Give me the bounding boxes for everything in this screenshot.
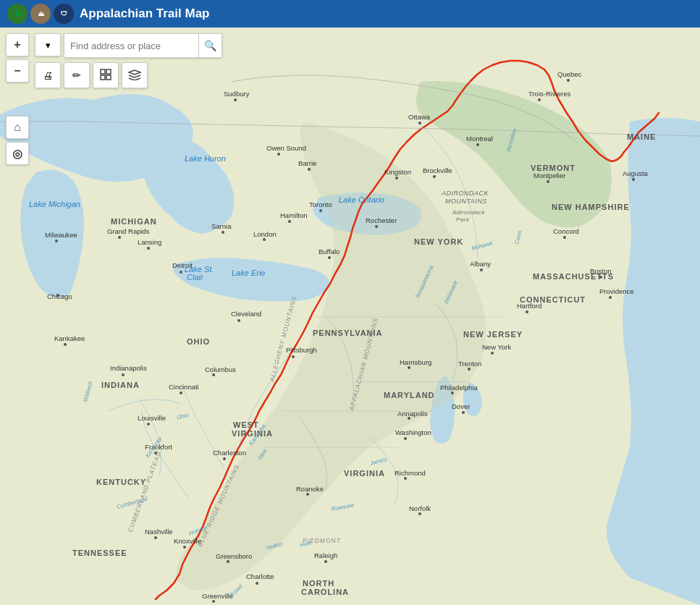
svg-text:MOUNTAINS: MOUNTAINS xyxy=(445,198,487,205)
pencil-icon: ✏ xyxy=(72,69,81,81)
svg-text:Washington: Washington xyxy=(395,428,431,436)
svg-text:Lake Michigan: Lake Michigan xyxy=(29,200,80,208)
svg-point-57 xyxy=(64,343,67,346)
map-container[interactable]: Chicago Detroit Cleveland Columbus Pitts… xyxy=(0,28,700,605)
svg-text:MAINE: MAINE xyxy=(627,132,656,141)
svg-point-20 xyxy=(306,493,309,496)
svg-text:Charleston: Charleston xyxy=(213,449,246,457)
svg-text:MARYLAND: MARYLAND xyxy=(384,391,435,399)
svg-text:Quebec: Quebec xyxy=(557,70,582,78)
svg-text:OHIO: OHIO xyxy=(187,337,210,346)
svg-point-34 xyxy=(418,122,421,124)
zoom-toolbar: + − xyxy=(6,33,29,82)
svg-text:MASSACHUSETTS: MASSACHUSETTS xyxy=(533,272,614,281)
measure-button[interactable]: ✏ xyxy=(64,62,90,88)
svg-text:Cincinnati: Cincinnati xyxy=(169,383,199,391)
svg-point-12 xyxy=(147,423,150,426)
svg-text:Barrie: Barrie xyxy=(298,159,316,167)
svg-text:Annapolis: Annapolis xyxy=(397,410,428,418)
svg-text:Owen Sound: Owen Sound xyxy=(266,144,306,152)
svg-text:Sudbury: Sudbury xyxy=(224,90,250,98)
zoom-in-button[interactable]: + xyxy=(6,33,29,56)
svg-text:Sarnia: Sarnia xyxy=(211,222,232,230)
svg-text:Ottawa: Ottawa xyxy=(408,113,431,121)
svg-text:NEW JERSEY: NEW JERSEY xyxy=(463,330,523,339)
svg-text:Lake Huron: Lake Huron xyxy=(185,154,226,163)
svg-point-13 xyxy=(154,536,157,539)
svg-point-44 xyxy=(308,168,311,171)
svg-text:Lake Ontario: Lake Ontario xyxy=(339,195,384,204)
search-dropdown-button[interactable]: ▾ xyxy=(35,33,61,56)
svg-rect-164 xyxy=(106,69,111,74)
svg-rect-166 xyxy=(106,75,111,80)
svg-text:Trenton: Trenton xyxy=(458,360,481,368)
layers-button[interactable] xyxy=(122,62,148,88)
svg-text:WEST: WEST xyxy=(233,420,259,429)
home-button[interactable]: ⌂ xyxy=(6,116,29,139)
search-input[interactable] xyxy=(64,34,198,57)
svg-point-15 xyxy=(227,560,229,563)
svg-point-39 xyxy=(263,238,266,241)
svg-text:Dover: Dover xyxy=(452,402,470,410)
search-go-button[interactable]: 🔍 xyxy=(198,34,222,57)
svg-point-40 xyxy=(222,231,224,234)
svg-text:CAROLINA: CAROLINA xyxy=(301,588,349,596)
svg-text:VERMONT: VERMONT xyxy=(531,164,575,172)
svg-text:Lake Erie: Lake Erie xyxy=(232,268,265,277)
app-title: Appalachian Trail Map xyxy=(80,7,210,21)
zoom-out-button[interactable]: − xyxy=(6,59,29,82)
navigation-buttons: ⌂ ◎ xyxy=(6,116,29,165)
svg-point-29 xyxy=(609,296,612,299)
svg-text:Buffalo: Buffalo xyxy=(319,248,340,255)
search-bar: ▾ 🔍 xyxy=(35,33,222,58)
svg-point-49 xyxy=(55,240,58,242)
svg-point-33 xyxy=(632,178,635,181)
svg-text:INDIANA: INDIANA xyxy=(101,381,140,389)
svg-text:Philadelphia: Philadelphia xyxy=(440,384,478,392)
svg-text:Montpelier: Montpelier xyxy=(534,172,565,179)
svg-point-47 xyxy=(147,247,150,250)
svg-text:NORTH: NORTH xyxy=(303,579,334,588)
svg-point-18 xyxy=(212,600,215,603)
svg-point-41 xyxy=(319,209,322,212)
svg-text:Charlotte: Charlotte xyxy=(246,572,274,580)
chevron-down-icon: ▾ xyxy=(46,40,51,51)
svg-text:Grand Rapids: Grand Rapids xyxy=(107,227,150,235)
header-logo-group: 🌲 ⛰ 🛡 xyxy=(7,4,74,24)
svg-text:VIRGINIA: VIRGINIA xyxy=(344,469,385,478)
svg-point-9 xyxy=(292,355,295,358)
svg-point-52 xyxy=(462,411,465,414)
svg-text:Montreal: Montreal xyxy=(466,135,493,143)
layers-icon xyxy=(128,69,141,82)
svg-text:Kingston: Kingston xyxy=(384,168,411,176)
svg-text:NEW YORK: NEW YORK xyxy=(414,237,463,246)
svg-point-14 xyxy=(183,546,186,549)
svg-text:Norfolk: Norfolk xyxy=(409,504,431,512)
svg-text:MICHIGAN: MICHIGAN xyxy=(111,217,157,226)
print-button[interactable]: 🖨 xyxy=(35,62,61,88)
svg-text:Brockville: Brockville xyxy=(423,166,452,174)
svg-text:Providence: Providence xyxy=(599,287,634,295)
svg-text:Richmond: Richmond xyxy=(395,469,426,477)
svg-point-54 xyxy=(408,366,410,369)
grid-button[interactable] xyxy=(93,62,119,88)
svg-point-43 xyxy=(277,153,280,156)
logo-badge-2: ⛰ xyxy=(30,4,51,24)
svg-point-56 xyxy=(567,79,570,82)
svg-point-48 xyxy=(118,236,121,239)
svg-text:Concord: Concord xyxy=(553,227,579,235)
locate-button[interactable]: ◎ xyxy=(6,142,29,165)
svg-text:Clair: Clair xyxy=(187,273,204,282)
home-icon: ⌂ xyxy=(14,121,21,134)
svg-text:Roanoke: Roanoke xyxy=(296,485,324,493)
svg-point-6 xyxy=(180,271,182,274)
svg-text:Greensboro: Greensboro xyxy=(216,552,252,560)
svg-point-25 xyxy=(468,368,471,371)
svg-text:CONNECTICUT: CONNECTICUT xyxy=(520,295,586,304)
svg-point-17 xyxy=(324,560,327,563)
app-header: 🌲 ⛰ 🛡 Appalachian Trail Map xyxy=(0,0,700,28)
svg-point-7 xyxy=(237,319,240,322)
svg-point-27 xyxy=(480,268,483,271)
svg-text:Toronto: Toronto xyxy=(309,200,332,208)
svg-text:Kankakee: Kankakee xyxy=(54,334,85,342)
